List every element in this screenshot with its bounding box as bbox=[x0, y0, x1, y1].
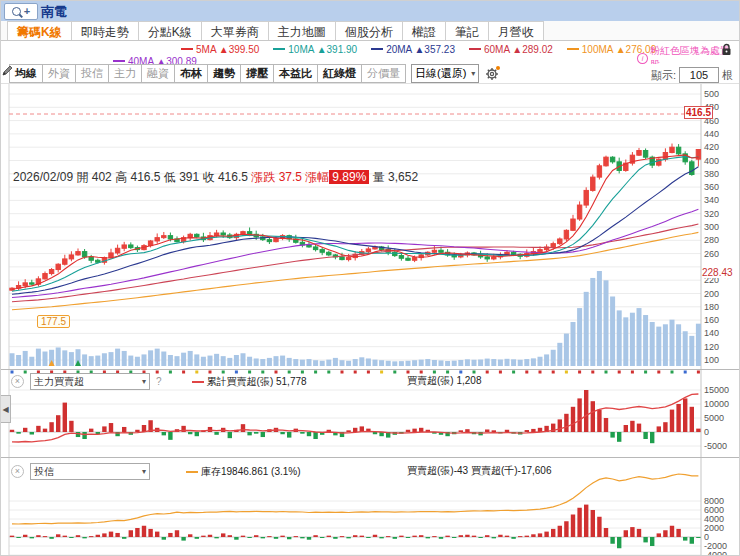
line-swatch bbox=[192, 381, 204, 383]
price-tick-120: 120 bbox=[704, 342, 719, 352]
price-tick-400: 400 bbox=[704, 156, 719, 166]
tab-筆記[interactable]: 筆記 bbox=[445, 21, 489, 40]
ma-legend-text: 20MA ▲357.23 bbox=[386, 44, 455, 55]
ma-legend-row1: 5MA ▲399.5010MA ▲391.9020MA ▲357.2360MA … bbox=[181, 43, 656, 55]
panel3-close-icon[interactable]: × bbox=[11, 465, 24, 478]
low-label: 低 bbox=[164, 170, 176, 184]
change-pct-badge: 9.89% bbox=[329, 170, 369, 184]
price-tick-180: 180 bbox=[704, 302, 719, 312]
panel2-tick-5000: 5000 bbox=[704, 413, 724, 423]
close-label: 收 bbox=[203, 170, 215, 184]
high-label: 高 bbox=[115, 170, 127, 184]
line-swatch bbox=[567, 48, 579, 50]
toolbar-button-主力[interactable]: 主力 bbox=[108, 64, 142, 83]
toolbar-button-外資[interactable]: 外資 bbox=[42, 64, 76, 83]
main-chart-canvas[interactable] bbox=[1, 84, 740, 369]
indicator-buttons: 均線外資投信主力融資布林趨勢撐壓本益比紅綠燈分價量 bbox=[9, 64, 405, 83]
panel2-line-legend: 累計買賣超(張) 51,778 bbox=[192, 375, 307, 389]
price-tick-100: 100 bbox=[704, 355, 719, 365]
volume-value: 3,652 bbox=[388, 170, 418, 184]
panel2-tick--5000: -5000 bbox=[704, 441, 727, 451]
ma-legend-text: 60MA ▲289.02 bbox=[484, 44, 553, 55]
ma-start-marker: 177.5 bbox=[37, 315, 70, 328]
tab-個股分析[interactable]: 個股分析 bbox=[335, 21, 403, 40]
panel3-bar-legend: 買賣超(張)-43 買賣超(千)-17,606 bbox=[399, 464, 551, 478]
price-tick-500: 500 bbox=[704, 89, 719, 99]
tab-權證[interactable]: 權證 bbox=[402, 21, 446, 40]
price-tick-380: 380 bbox=[704, 169, 719, 179]
panel2-bar-legend-text: 買賣超(張) 1,208 bbox=[407, 374, 481, 388]
tab-月營收[interactable]: 月營收 bbox=[488, 21, 544, 40]
panel3-select-value: 投信 bbox=[34, 465, 54, 479]
ma-legend-5MA: 5MA ▲399.50 bbox=[181, 43, 259, 55]
price-tick-160: 160 bbox=[704, 315, 719, 325]
price-tick-420: 420 bbox=[704, 142, 719, 152]
toolbar-button-撐壓[interactable]: 撐壓 bbox=[240, 64, 274, 83]
toolbar-button-本益比[interactable]: 本益比 bbox=[273, 64, 318, 83]
price-tick-360: 360 bbox=[704, 182, 719, 192]
tab-分點K線[interactable]: 分點K線 bbox=[138, 21, 202, 40]
panel3-tick--4000: -4000 bbox=[704, 550, 727, 556]
price-tick-440: 440 bbox=[704, 129, 719, 139]
change-pct-label: 漲幅 bbox=[305, 170, 329, 184]
add-stock-icon: + bbox=[24, 6, 30, 17]
app-window: + 南電 籌碼K線即時走勢分點K線大單券商主力地圖個股分析權證筆記月營收 5MA… bbox=[0, 0, 740, 556]
display-unit: 根 bbox=[722, 68, 733, 83]
price-tick-200: 200 bbox=[704, 289, 719, 299]
broker-netbuy-panel: × 主力買賣超 ▾ ? 累計買賣超(張) 51,778 買賣超(張) 1,208 bbox=[1, 370, 740, 458]
panel3-header: × 投信 ▾ 庫存19846.861 (3.1%) bbox=[11, 463, 301, 480]
indicator-toolbar: 均線外資投信主力融資布林趨勢撐壓本益比紅綠燈分價量 日線(還原) ▾ bbox=[1, 64, 740, 84]
change-label: 漲跌 bbox=[251, 170, 275, 184]
toolbar-button-投信[interactable]: 投信 bbox=[75, 64, 109, 83]
settings-gear-icon[interactable] bbox=[485, 67, 499, 81]
price-tick-280: 280 bbox=[704, 235, 719, 245]
ma-price-marker: 228.43 bbox=[702, 267, 733, 278]
display-bars-control: 顯示: 105 根 bbox=[651, 67, 733, 83]
help-icon[interactable]: ? bbox=[156, 376, 162, 387]
volume-label: 量 bbox=[373, 170, 385, 184]
panel2-tick-0: 0 bbox=[704, 427, 709, 437]
ma-legend-10MA: 10MA ▲391.90 bbox=[273, 43, 357, 55]
tab-bar: 籌碼K線即時走勢分點K線大單券商主力地圖個股分析權證筆記月營收 bbox=[1, 21, 740, 41]
collapse-sidebar-arrow[interactable]: ◀ bbox=[1, 395, 11, 423]
tab-主力地圖[interactable]: 主力地圖 bbox=[268, 21, 336, 40]
notification-dot bbox=[496, 66, 500, 70]
bar-swatch bbox=[399, 376, 404, 387]
panel2-select-value: 主力買賣超 bbox=[34, 375, 84, 389]
tab-籌碼K線[interactable]: 籌碼K線 bbox=[7, 21, 72, 40]
chevron-down-icon: ▾ bbox=[142, 467, 146, 476]
toolbar-button-分價量[interactable]: 分價量 bbox=[361, 64, 406, 83]
panel3-line-legend: 庫存19846.861 (3.1%) bbox=[186, 465, 301, 479]
last-price-marker: 416.5 bbox=[684, 106, 713, 119]
ma-legend-60MA: 60MA ▲289.02 bbox=[469, 43, 553, 55]
toolbar-button-融資[interactable]: 融資 bbox=[141, 64, 175, 83]
panel3-indicator-select[interactable]: 投信 ▾ bbox=[30, 463, 150, 480]
main-chart-panel: 2026/02/09 開 402 高 416.5 低 391 收 416.5 漲… bbox=[1, 84, 740, 370]
toolbar-button-紅綠燈[interactable]: 紅綠燈 bbox=[317, 64, 362, 83]
stock-search-button[interactable]: + bbox=[4, 3, 38, 20]
low-value: 391 bbox=[179, 170, 199, 184]
tab-即時走勢[interactable]: 即時走勢 bbox=[71, 21, 139, 40]
toolbar-button-均線[interactable]: 均線 bbox=[9, 64, 43, 83]
panel2-indicator-select[interactable]: 主力買賣超 ▾ bbox=[30, 373, 150, 390]
line-swatch bbox=[273, 48, 285, 50]
search-icon bbox=[12, 7, 21, 16]
tab-大單券商[interactable]: 大單券商 bbox=[201, 21, 269, 40]
panel3-line-legend-text: 庫存19846.861 (3.1%) bbox=[201, 465, 301, 479]
close-value: 416.5 bbox=[218, 170, 248, 184]
panel2-bar-legend: 買賣超(張) 1,208 bbox=[399, 374, 481, 388]
line-swatch bbox=[113, 60, 125, 62]
quote-row: 2026/02/09 開 402 高 416.5 低 391 收 416.5 漲… bbox=[13, 169, 418, 186]
display-bars-input[interactable]: 105 bbox=[679, 67, 719, 83]
panel3-bar-legend-text: 買賣超(張)-43 買賣超(千)-17,606 bbox=[407, 464, 551, 478]
panel2-tick-10000: 10000 bbox=[704, 399, 729, 409]
toolbar-button-布林[interactable]: 布林 bbox=[174, 64, 208, 83]
panel2-header: × 主力買賣超 ▾ ? 累計買賣超(張) 51,778 bbox=[11, 373, 307, 390]
panel2-close-icon[interactable]: × bbox=[11, 375, 24, 388]
open-value: 402 bbox=[92, 170, 112, 184]
period-select[interactable]: 日線(還原) ▾ bbox=[411, 64, 479, 83]
display-label: 顯示: bbox=[651, 68, 676, 83]
price-tick-300: 300 bbox=[704, 222, 719, 232]
toolbar-button-趨勢[interactable]: 趨勢 bbox=[207, 64, 241, 83]
draw-pencil-icon[interactable] bbox=[503, 67, 516, 80]
